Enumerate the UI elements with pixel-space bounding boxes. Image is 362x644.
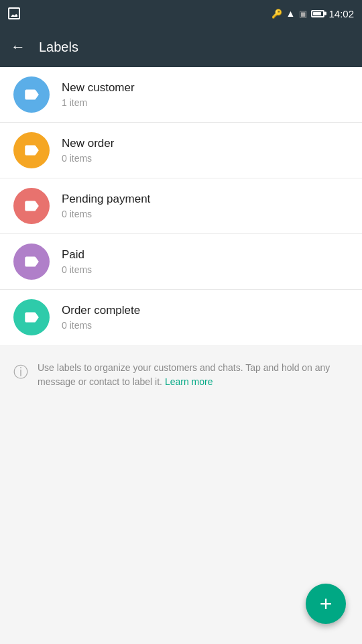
back-button[interactable]: ← (11, 38, 25, 56)
label-icon-new-order (13, 132, 50, 168)
info-section: ⓘ Use labels to organize your customers … (0, 345, 362, 405)
status-bar-right: 🔑 ▲ ▣ 14:02 (272, 8, 354, 19)
label-count-pending-payment: 0 items (62, 209, 150, 219)
label-item-paid[interactable]: Paid 0 items (0, 233, 362, 289)
label-count-order-complete: 0 items (62, 320, 140, 331)
label-text-paid: Paid 0 items (62, 248, 92, 275)
label-icon-pending-payment (13, 188, 50, 224)
label-item-new-customer[interactable]: New customer 1 item (0, 67, 362, 122)
key-icon: 🔑 (272, 9, 282, 19)
label-icon-paid (13, 244, 50, 280)
status-bar: 🔑 ▲ ▣ 14:02 (0, 0, 362, 27)
label-item-order-complete[interactable]: Order complete 0 items (0, 289, 362, 345)
label-name-new-order: New order (62, 137, 114, 150)
tag-icon (23, 197, 40, 215)
label-icon-new-customer (13, 76, 50, 113)
content-area: New customer 1 item New order 0 items Pe… (0, 67, 362, 644)
label-icon-order-complete (13, 299, 50, 335)
label-name-new-customer: New customer (62, 81, 135, 95)
label-count-new-customer: 1 item (62, 97, 135, 108)
status-bar-left (8, 7, 20, 19)
label-text-new-order: New order 0 items (62, 137, 114, 164)
tag-icon (23, 142, 40, 159)
tag-icon (23, 309, 40, 326)
header: ← Labels (0, 27, 362, 67)
learn-more-link[interactable]: Learn more (165, 376, 213, 387)
gallery-icon (8, 7, 20, 19)
label-name-pending-payment: Pending payment (62, 193, 150, 206)
label-item-pending-payment[interactable]: Pending payment 0 items (0, 178, 362, 233)
signal-icon: ▣ (299, 9, 307, 19)
labels-list: New customer 1 item New order 0 items Pe… (0, 67, 362, 345)
info-text: Use labels to organize your customers an… (38, 361, 349, 389)
label-text-order-complete: Order complete 0 items (62, 304, 140, 331)
page-title: Labels (39, 40, 78, 55)
info-icon: ⓘ (13, 362, 28, 382)
tag-icon (23, 253, 40, 270)
status-time: 14:02 (328, 8, 354, 19)
label-item-new-order[interactable]: New order 0 items (0, 122, 362, 178)
tag-icon (23, 86, 40, 103)
label-count-paid: 0 items (62, 264, 92, 275)
label-name-order-complete: Order complete (62, 304, 140, 317)
add-icon: + (320, 593, 333, 614)
label-name-paid: Paid (62, 248, 92, 262)
label-text-pending-payment: Pending payment 0 items (62, 193, 150, 219)
battery-icon (311, 10, 324, 17)
label-count-new-order: 0 items (62, 153, 114, 164)
add-label-button[interactable]: + (306, 584, 346, 624)
label-text-new-customer: New customer 1 item (62, 81, 135, 108)
wifi-icon: ▲ (286, 8, 296, 19)
